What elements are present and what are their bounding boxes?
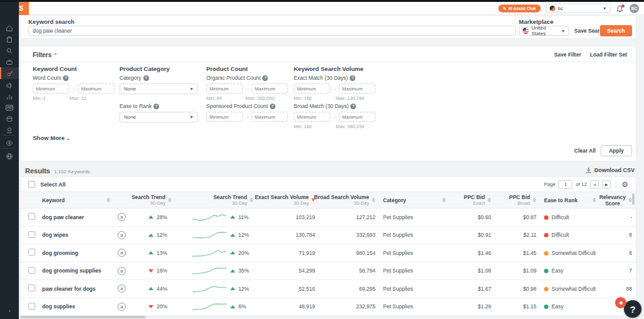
chevron-up-icon: ⌃ [53,53,58,58]
col-search-trend-30[interactable]: Search Trend30-Day [175,192,257,208]
amazon-link-icon[interactable]: a [118,231,126,239]
broad-match-max-input[interactable] [339,112,375,122]
keyword-link[interactable]: dog grooming supplies [38,262,114,280]
amazon-link-icon[interactable]: a [118,267,126,275]
sidebar-expand-chevron-icon[interactable]: › [0,308,19,314]
col-exact-search-volume[interactable]: Exact Search Volume30-Day [257,192,319,208]
category-select[interactable]: None ▼ [119,84,198,94]
col-ppc-bid-broad[interactable]: PPC BidBroad [495,192,540,208]
sidebar-item-analytics[interactable] [0,91,19,102]
amazon-link-icon[interactable]: a [118,249,126,257]
sort-icon[interactable] [592,198,596,202]
help-button[interactable]: ? [624,300,641,318]
load-filter-set-button[interactable]: Load Filter Set [590,51,627,58]
page-number-input[interactable] [558,180,572,189]
col-relevancy-score[interactable]: Relevancy Score [600,192,636,208]
exact-match-max-input[interactable] [339,84,375,94]
notifications-bell-icon[interactable] [616,4,625,13]
sidebar-item-web[interactable] [0,151,19,161]
col-search-trend-90[interactable]: Search Trend90-Day [131,192,175,208]
exact-match-min-input[interactable] [294,84,330,94]
clear-all-button[interactable]: Clear All [574,148,596,154]
search-button[interactable]: Search [600,25,632,36]
horizontal-scrollbar-track[interactable] [19,315,644,319]
row-checkbox[interactable] [28,303,35,310]
keyword-link[interactable]: dog grooming [38,244,114,262]
sidebar-item-home[interactable] [0,23,19,33]
sort-icon[interactable] [106,198,110,202]
sidebar-item-ads[interactable]: AD [0,102,19,113]
help-icon[interactable]: ? [350,75,355,81]
col-ppc-bid-exact[interactable]: PPC BidExact [450,192,495,208]
row-checkbox[interactable] [28,231,35,238]
category-value: Pet Supplies [379,280,450,298]
col-keyword[interactable]: Keyword [38,192,114,208]
organic-count-max-input[interactable] [252,84,288,94]
row-checkbox[interactable] [28,249,35,256]
save-filter-button[interactable]: Save Filter [554,51,581,58]
help-icon[interactable]: ? [262,75,268,81]
help-icon[interactable]: ? [143,75,149,81]
ai-assist-chat-button[interactable]: ✎ AI Assist Chat [498,4,541,13]
keyword-link[interactable]: dog paw cleaner [38,208,114,227]
help-icon[interactable]: ? [350,104,356,109]
select-all-checkbox[interactable] [28,181,35,188]
sort-icon[interactable] [442,198,446,202]
keyword-search-input[interactable] [28,26,516,36]
sidebar-item-coins[interactable] [0,125,19,136]
marketplace-select[interactable]: United States ▼ [519,26,569,36]
sidebar-item-stack[interactable] [0,114,19,124]
sponsored-count-max-input[interactable] [252,112,288,122]
keyword-link[interactable]: dog supplies [38,298,114,316]
divider [616,180,616,188]
sidebar-item-megaphone[interactable] [0,80,19,90]
row-checkbox[interactable] [28,267,35,274]
amazon-link-icon[interactable]: a [118,213,126,221]
sort-icon[interactable] [250,198,253,202]
amazon-link-icon[interactable]: a [118,284,126,293]
amazon-link-icon[interactable]: a [118,303,126,311]
sort-icon[interactable] [168,198,172,202]
col-ease-to-rank[interactable]: Ease to Rank [540,192,600,208]
col-category[interactable]: Category [379,192,450,208]
keyword-link[interactable]: dog wipes [38,226,114,244]
apply-button[interactable]: Apply [601,145,632,156]
next-page-button[interactable]: ▶ [602,180,611,189]
word-count-max-input[interactable] [78,84,114,94]
sidebar-item-keywords[interactable] [0,67,19,79]
filters-header[interactable]: Filters ⌃ [33,51,58,58]
account-selector[interactable]: bc ▼ [546,4,611,13]
sidebar-item-search[interactable] [0,45,19,56]
row-checkbox[interactable] [28,213,35,220]
ppc-bid-broad-value: $2.11 [495,226,540,244]
col-broad-search-volume[interactable]: Broad Search Volume30-Day [319,192,379,208]
help-icon[interactable]: ? [270,104,275,109]
help-icon[interactable]: ? [63,75,69,81]
row-checkbox[interactable] [28,284,35,291]
sparkline-chart [192,230,227,239]
ease-to-rank-select[interactable]: None ▼ [119,112,198,122]
ppc-bid-exact-value: $1.08 [450,262,495,280]
keyword-link[interactable]: paw cleaner for dogs [38,280,114,298]
show-more-button[interactable]: Show More ⌄ [33,134,70,141]
sort-icon[interactable] [533,198,536,202]
sort-icon[interactable] [372,198,375,202]
organic-count-min-input[interactable] [206,84,243,94]
table-settings-gear-icon[interactable]: ⚙ [621,180,628,189]
sidebar-item-products[interactable] [0,34,19,45]
sponsored-count-min-input[interactable] [206,112,243,122]
download-csv-button[interactable]: Download CSV [586,167,635,173]
prev-page-button[interactable]: ◀ [590,180,599,189]
user-avatar[interactable]: BC [630,4,639,13]
sidebar-item-watchlist[interactable] [0,138,19,148]
sidebar-item-briefcase[interactable] [0,57,19,67]
word-count-min-input[interactable] [33,84,69,94]
ease-to-rank-value: Easy [540,298,600,316]
nav-sidebar: AD › [0,2,19,319]
broad-match-min-input[interactable] [294,112,330,122]
help-icon[interactable]: ? [153,104,159,109]
vertical-scrollbar[interactable] [632,193,635,205]
horizontal-scrollbar-thumb[interactable] [20,316,146,318]
trend-30-value: 35% [238,268,253,274]
sort-icon[interactable] [487,198,491,202]
